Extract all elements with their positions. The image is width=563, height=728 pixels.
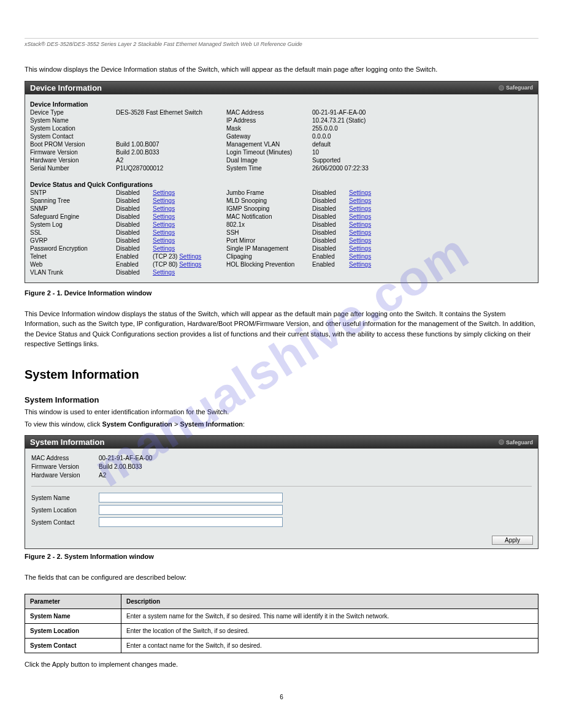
settings-link-pwenc[interactable]: Settings [153, 245, 175, 252]
settings-link-gvrp[interactable]: Settings [153, 237, 175, 244]
settings-link-clipaging[interactable]: Settings [349, 253, 371, 260]
status-mld: Disabled [312, 197, 349, 205]
panel-title: Device Information [30, 83, 102, 93]
status-gvrp: Disabled [116, 237, 153, 245]
system-info-panel: System Information Safeguard MAC Address… [25, 435, 538, 549]
label-sysloc: System Location [30, 125, 116, 132]
status-snmp: Disabled [116, 205, 153, 213]
label-igmp: IGMP Snooping [226, 205, 312, 213]
settings-link-sim[interactable]: Settings [349, 245, 371, 252]
sysname-input[interactable] [99, 493, 283, 502]
section-title-sysinfo: System Information [25, 368, 538, 382]
label-8021x: 802.1x [226, 221, 312, 229]
nav-sep: > [172, 420, 180, 428]
settings-link-telnet[interactable]: Settings [179, 253, 201, 260]
label-sysname: System Name [30, 117, 116, 124]
device-status-grid: SNTPDisabledSettingsJumbo FrameDisabledS… [30, 189, 533, 276]
settings-link-igmp[interactable]: Settings [349, 205, 371, 212]
status-hol: Enabled [312, 261, 349, 268]
label-systime: System Time [226, 165, 312, 172]
value-fw2: Build 2.00.B033 [99, 463, 532, 470]
label-syslog: System Log [30, 221, 116, 229]
safeguard-indicator: Safeguard [499, 85, 533, 91]
panel2-title-bar: System Information Safeguard [25, 436, 538, 449]
label-sysname-input: System Name [31, 495, 99, 501]
settings-link-jumbo[interactable]: Settings [349, 189, 371, 196]
settings-link-vlantrunk[interactable]: Settings [153, 269, 175, 276]
status-jumbo: Disabled [312, 189, 349, 197]
label-web: Web [30, 261, 116, 268]
nav-b2: System Information [180, 420, 243, 428]
settings-link-stp[interactable]: Settings [153, 197, 175, 204]
doc-header: xStack® DES-3528/DES-3552 Series Layer 2… [25, 41, 538, 47]
label-bootprom: Boot PROM Version [30, 141, 116, 148]
status-ssl: Disabled [116, 229, 153, 237]
label-vlantrunk: VLAN Trunk [30, 269, 116, 276]
label-clipaging: Clipaging [226, 253, 312, 260]
value-ip: 10.24.73.21 (Static) [312, 117, 404, 124]
settings-link-8021x[interactable]: Settings [349, 221, 371, 228]
status-web: Enabled [116, 261, 153, 268]
status-stp: Disabled [116, 197, 153, 205]
status-macnotif: Disabled [312, 213, 349, 221]
section-device-info: Device Information [30, 100, 533, 108]
safeguard-indicator-2: Safeguard [499, 439, 533, 446]
status-ssh: Disabled [312, 229, 349, 237]
settings-link-portmirror[interactable]: Settings [349, 237, 371, 244]
label-safeguard: Safeguard Engine [30, 213, 116, 221]
settings-link-hol[interactable]: Settings [349, 261, 371, 268]
syscon-input[interactable] [99, 517, 283, 527]
subsection-sysinfo: System Information [25, 395, 538, 404]
td-sysname: System Name [25, 609, 121, 623]
label-ip: IP Address [226, 117, 312, 124]
status-pwenc: Disabled [116, 245, 153, 252]
status-clipaging: Enabled [312, 253, 349, 260]
label-sntp: SNTP [30, 189, 116, 197]
label-serial: Serial Number [30, 165, 116, 172]
safeguard-label-2: Safeguard [506, 439, 533, 446]
status-portmirror: Disabled [312, 237, 349, 245]
settings-link-web[interactable]: Settings [179, 261, 201, 268]
settings-link-ssh[interactable]: Settings [349, 229, 371, 236]
settings-link-macnotif[interactable]: Settings [349, 213, 371, 220]
settings-link-ssl[interactable]: Settings [153, 229, 175, 236]
label-telnet: Telnet [30, 253, 116, 260]
device-info-panel: Device Information Safeguard Device Info… [25, 81, 538, 283]
status-sntp: Disabled [116, 189, 153, 197]
apply-button[interactable]: Apply [492, 536, 533, 545]
value-mac: 00-21-91-AF-EA-00 [312, 109, 404, 116]
value-logintimeout: 10 [312, 149, 404, 156]
settings-link-mld[interactable]: Settings [349, 197, 371, 204]
label-sim: Single IP Management [226, 245, 312, 252]
label-mld: MLD Snooping [226, 197, 312, 205]
nav-b1: System Configuration [102, 420, 172, 428]
status-safeguard: Disabled [116, 213, 153, 221]
label-jumbo: Jumbo Frame [226, 189, 312, 197]
safeguard-led-icon-2 [499, 439, 504, 445]
settings-link-sntp[interactable]: Settings [153, 189, 175, 196]
label-sysloc-input: System Location [31, 507, 99, 514]
label-logintimeout: Login Timeout (Minutes) [226, 149, 312, 156]
value-bootprom: Build 1.00.B007 [116, 141, 226, 148]
value-sysloc [116, 125, 226, 132]
label-snmp: SNMP [30, 205, 116, 213]
status-syslog: Disabled [116, 221, 153, 229]
status-sim: Disabled [312, 245, 349, 252]
th-param: Parameter [25, 594, 121, 609]
settings-link-safeguard[interactable]: Settings [153, 213, 175, 220]
value-device-type: DES-3528 Fast Ethernet Switch [116, 109, 226, 116]
value-sysname [116, 117, 226, 124]
intro-text: This window displays the Device Informat… [25, 64, 538, 75]
td-syscon: System Contact [25, 638, 121, 653]
device-info-grid: Device TypeDES-3528 Fast Ethernet Switch… [30, 109, 533, 172]
label-portmirror: Port Mirror [226, 237, 312, 245]
label-pwenc: Password Encryption [30, 245, 116, 252]
label-firmware: Firmware Version [30, 149, 116, 156]
value-systime: 26/06/2000 07:22:33 [312, 165, 404, 172]
value-mask: 255.0.0.0 [312, 125, 404, 132]
label-hw2: Hardware Version [31, 472, 99, 479]
settings-link-snmp[interactable]: Settings [153, 205, 175, 212]
label-mac: MAC Address [226, 109, 312, 116]
settings-link-syslog[interactable]: Settings [153, 221, 175, 228]
sysloc-input[interactable] [99, 505, 283, 515]
